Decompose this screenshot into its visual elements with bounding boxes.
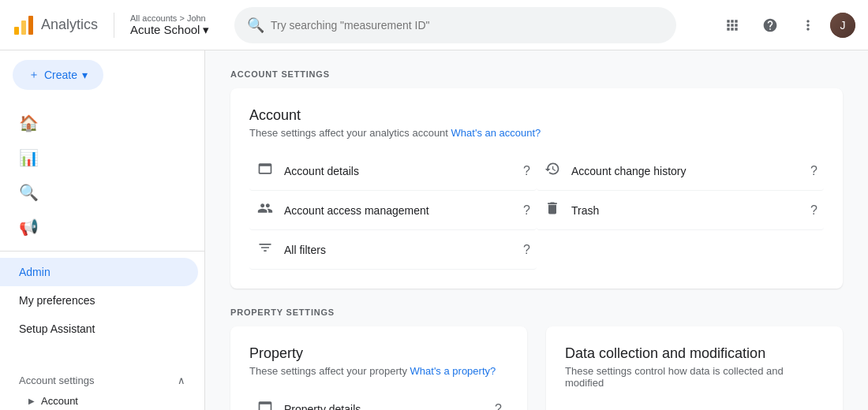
plus-icon: ＋ [28, 68, 39, 82]
account-details-help-icon[interactable]: ? [523, 164, 530, 178]
account-history-label: Account change history [571, 165, 801, 177]
nav-divider [114, 13, 114, 38]
breadcrumb: All accounts > John Acute School ▾ [130, 13, 209, 37]
explore-icon: 🔍 [19, 183, 39, 202]
all-filters-label: All filters [284, 244, 514, 256]
admin-label: Admin [19, 266, 51, 278]
sidebar-item-home[interactable]: 🏠 [0, 106, 198, 140]
data-collection-card: Data collection and modification These s… [546, 326, 843, 410]
sidebar-nav-icons: 🏠 📊 🔍 📢 [0, 99, 204, 252]
data-collection-card-title: Data collection and modification [565, 345, 824, 362]
account-settings-header[interactable]: Account settings ∧ [13, 368, 192, 390]
account-access-item[interactable]: Account access management ? [249, 191, 537, 230]
property-section-label: PROPERTY SETTINGS [230, 308, 843, 317]
nav-icons: J [716, 9, 855, 41]
data-streams-item[interactable]: Data streams ? [565, 401, 824, 410]
search-input[interactable] [271, 19, 664, 32]
sidebar-item-advertising[interactable]: 📢 [0, 210, 198, 244]
more-button[interactable] [792, 9, 824, 41]
advertising-icon: 📢 [19, 218, 39, 237]
preferences-label: My preferences [19, 294, 95, 307]
svg-rect-1 [21, 20, 26, 35]
apps-icon [724, 17, 740, 33]
avatar[interactable]: J [830, 13, 855, 38]
account-card-subtitle: These settings affect your analytics acc… [249, 127, 824, 139]
all-filters-item[interactable]: All filters ? [249, 230, 537, 270]
account-section-label: ACCOUNT SETTINGS [230, 69, 843, 79]
property-card-title: Property [249, 345, 508, 362]
main-content: ACCOUNT SETTINGS Account These settings … [205, 50, 868, 410]
search-bar[interactable]: 🔍 [234, 7, 676, 43]
trash-icon [543, 200, 562, 220]
search-icon: 🔍 [247, 17, 264, 34]
chevron-up-icon: ∧ [178, 375, 185, 386]
account-history-item[interactable]: Account change history ? [537, 151, 824, 191]
breadcrumb-account[interactable]: Acute School ▾ [130, 23, 209, 37]
trash-item[interactable]: Trash ? [537, 191, 824, 230]
account-card-grid: Account details ? Account access managem… [249, 151, 824, 270]
sidebar-item-reports[interactable]: 📊 [0, 140, 198, 175]
property-details-icon [256, 399, 275, 410]
setup-label: Setup Assistant [19, 322, 95, 335]
trash-label: Trash [571, 204, 801, 217]
all-filters-help-icon[interactable]: ? [523, 243, 530, 257]
top-navigation: Analytics All accounts > John Acute Scho… [0, 0, 868, 50]
account-details-item[interactable]: Account details ? [249, 151, 537, 191]
sidebar-item-setup[interactable]: Setup Assistant [0, 315, 198, 343]
account-card: Account These settings affect your analy… [230, 88, 843, 289]
sidebar: ＋ Create ▾ 🏠 📊 🔍 📢 Admin [0, 50, 205, 410]
logo: Analytics [13, 14, 98, 36]
account-right-col: Account change history ? Trash ? [537, 151, 824, 270]
account-card-title: Account [249, 107, 824, 124]
arrow-right-icon: ▶ [28, 397, 35, 405]
apps-button[interactable] [716, 9, 748, 41]
property-details-label: Property details [284, 403, 485, 411]
whats-a-property-link[interactable]: What's a property? [410, 365, 496, 377]
account-settings-section: Account settings ∧ ▶ Account [0, 362, 204, 410]
account-access-help-icon[interactable]: ? [523, 203, 530, 218]
sidebar-item-admin[interactable]: Admin [0, 258, 198, 286]
sidebar-item-account[interactable]: ▶ Account [13, 390, 192, 410]
svg-rect-0 [14, 27, 19, 35]
account-access-label: Account access management [284, 204, 514, 217]
all-filters-icon [256, 240, 275, 259]
breadcrumb-top: All accounts > John [130, 13, 209, 23]
property-card-subtitle: These settings affect your property What… [249, 365, 508, 377]
sidebar-item-explore[interactable]: 🔍 [0, 175, 198, 210]
property-two-col: Property These settings affect your prop… [230, 326, 843, 410]
reports-icon: 📊 [19, 148, 39, 167]
account-history-help-icon[interactable]: ? [810, 164, 817, 178]
account-details-label: Account details [284, 165, 514, 177]
home-icon: 🏠 [19, 114, 39, 132]
trash-help-icon[interactable]: ? [810, 203, 817, 218]
more-icon [800, 17, 816, 33]
sidebar-top: ＋ Create ▾ [0, 50, 204, 99]
create-dropdown-icon: ▾ [82, 69, 88, 81]
create-button[interactable]: ＋ Create ▾ [13, 60, 103, 90]
sidebar-admin-section: Admin My preferences Setup Assistant [0, 252, 204, 349]
account-details-icon [256, 161, 275, 181]
svg-rect-2 [28, 16, 33, 35]
data-collection-card-subtitle: These settings control how data is colle… [565, 365, 824, 389]
account-left-col: Account details ? Account access managem… [249, 151, 537, 270]
property-card: Property These settings affect your prop… [230, 326, 527, 410]
main-layout: ＋ Create ▾ 🏠 📊 🔍 📢 Admin [0, 50, 868, 410]
property-details-help-icon[interactable]: ? [495, 402, 502, 411]
help-button[interactable] [754, 9, 786, 41]
account-history-icon [543, 161, 562, 181]
property-details-item[interactable]: Property details ? [249, 390, 508, 410]
help-icon [762, 17, 778, 33]
account-access-icon [256, 200, 275, 220]
analytics-logo-icon [13, 14, 35, 36]
app-name: Analytics [41, 17, 98, 33]
sidebar-item-preferences[interactable]: My preferences [0, 286, 198, 315]
whats-an-account-link[interactable]: What's an account? [451, 127, 541, 139]
